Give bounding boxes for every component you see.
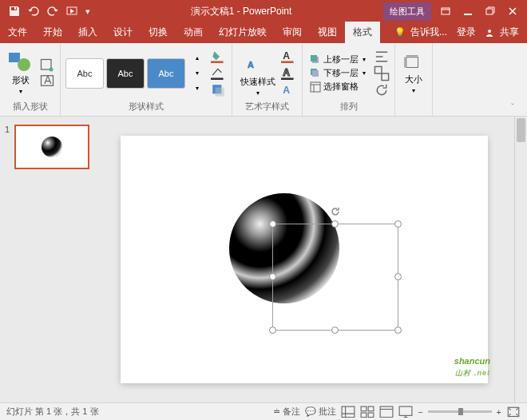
minimize-icon[interactable] bbox=[462, 5, 474, 18]
zoom-slider-thumb[interactable] bbox=[458, 408, 463, 415]
tab-transitions[interactable]: 切换 bbox=[141, 22, 176, 43]
shape-outline-icon[interactable] bbox=[211, 66, 227, 81]
group-insert-shape: 形状 ▾ A 插入形状 bbox=[0, 43, 61, 116]
align-icon[interactable] bbox=[374, 50, 390, 64]
shape-fill-icon[interactable] bbox=[211, 50, 227, 64]
scrollbar-thumb[interactable] bbox=[517, 118, 525, 142]
text-effects-icon[interactable]: A bbox=[281, 83, 297, 97]
restore-icon[interactable] bbox=[484, 5, 497, 18]
resize-handle[interactable] bbox=[394, 327, 402, 334]
tab-review[interactable]: 审阅 bbox=[275, 22, 310, 43]
normal-view-icon[interactable] bbox=[341, 406, 355, 418]
svg-rect-21 bbox=[311, 55, 317, 61]
close-icon[interactable] bbox=[506, 5, 519, 18]
group-icon[interactable] bbox=[374, 66, 390, 81]
redo-icon[interactable] bbox=[46, 5, 59, 18]
zoom-in-button[interactable]: + bbox=[497, 407, 501, 417]
thumbnail-preview[interactable] bbox=[14, 125, 89, 169]
resize-handle[interactable] bbox=[394, 220, 402, 228]
svg-rect-11 bbox=[211, 77, 224, 80]
text-fill-icon[interactable]: A bbox=[281, 50, 297, 64]
shapes-button[interactable]: 形状 ▾ bbox=[5, 50, 37, 97]
text-outline-icon[interactable]: A bbox=[281, 66, 297, 81]
tab-design[interactable]: 设计 bbox=[105, 22, 141, 43]
reading-view-icon[interactable] bbox=[379, 406, 394, 418]
tab-slideshow[interactable]: 幻灯片放映 bbox=[211, 22, 275, 43]
tab-view[interactable]: 视图 bbox=[310, 22, 345, 43]
lightbulb-icon: 💡 bbox=[394, 27, 406, 38]
resize-handle[interactable] bbox=[269, 273, 276, 280]
undo-icon[interactable] bbox=[27, 5, 40, 18]
tab-format[interactable]: 格式 bbox=[345, 22, 380, 43]
selection-rectangle[interactable] bbox=[272, 224, 398, 331]
group-label-size bbox=[400, 103, 427, 114]
fit-to-window-icon[interactable] bbox=[506, 406, 521, 418]
style-gallery-more-icon[interactable]: ▾ bbox=[189, 81, 205, 96]
send-backward-button[interactable]: 下移一层▾ bbox=[307, 66, 368, 80]
tab-insert[interactable]: 插入 bbox=[70, 22, 105, 43]
tellme-search[interactable]: 告诉我... bbox=[409, 22, 449, 43]
vertical-scrollbar[interactable] bbox=[514, 117, 527, 402]
shapes-label: 形状 bbox=[12, 74, 30, 86]
slide-thumbnail[interactable]: 1 bbox=[5, 125, 89, 169]
svg-rect-23 bbox=[312, 70, 319, 77]
resize-handle[interactable] bbox=[269, 327, 276, 334]
tab-home[interactable]: 开始 bbox=[35, 22, 70, 43]
bring-forward-button[interactable]: 上移一层▾ bbox=[307, 53, 368, 66]
rotate-icon[interactable] bbox=[374, 83, 390, 97]
quick-styles-button[interactable]: A 快速样式 ▾ bbox=[237, 49, 279, 98]
sorter-view-icon[interactable] bbox=[360, 406, 374, 418]
group-label-insert-shape: 插入形状 bbox=[5, 101, 55, 114]
workspace: 1 shancun 山村 .net bbox=[0, 117, 527, 402]
svg-text:A: A bbox=[283, 67, 290, 78]
svg-rect-10 bbox=[211, 61, 224, 63]
svg-rect-13 bbox=[216, 87, 224, 96]
size-button[interactable]: 大小 ▾ bbox=[400, 53, 427, 96]
svg-rect-16 bbox=[281, 61, 294, 63]
tab-animations[interactable]: 动画 bbox=[176, 22, 211, 43]
style-scroll-down-icon[interactable]: ▾ bbox=[189, 66, 205, 81]
start-slideshow-icon[interactable] bbox=[65, 5, 78, 18]
group-size: 大小 ▾ bbox=[395, 43, 433, 116]
text-box-icon[interactable]: A bbox=[39, 73, 55, 88]
shape-style-1[interactable]: Abc bbox=[65, 58, 104, 89]
slide-canvas[interactable] bbox=[121, 136, 488, 383]
selection-pane-button[interactable]: 选择窗格 bbox=[307, 80, 368, 93]
svg-text:A: A bbox=[283, 85, 290, 96]
collapse-ribbon-icon[interactable]: ˇ bbox=[511, 102, 524, 115]
watermark: shancun 山村 .net bbox=[454, 351, 490, 378]
ribbon: 形状 ▾ A 插入形状 Abc Abc Abc ▴ ▾ ▾ bbox=[0, 43, 527, 117]
resize-handle[interactable] bbox=[269, 220, 276, 228]
zoom-out-button[interactable]: − bbox=[418, 407, 422, 417]
shape-style-2[interactable]: Abc bbox=[106, 58, 145, 89]
svg-rect-31 bbox=[361, 413, 367, 418]
svg-rect-6 bbox=[42, 60, 52, 70]
svg-rect-18 bbox=[281, 77, 294, 80]
svg-point-7 bbox=[50, 68, 53, 72]
resize-handle[interactable] bbox=[331, 327, 339, 334]
resize-handle[interactable] bbox=[394, 273, 402, 280]
group-wordart: A 快速样式 ▾ A A A 艺术字样式 bbox=[232, 43, 303, 116]
shape-style-3[interactable]: Abc bbox=[147, 58, 185, 89]
comments-button[interactable]: 💬 批注 bbox=[305, 406, 336, 418]
slideshow-view-icon[interactable] bbox=[398, 406, 413, 418]
slide-area[interactable]: shancun 山村 .net bbox=[94, 117, 514, 402]
thumbnail-number: 1 bbox=[5, 125, 11, 169]
edit-shape-icon[interactable] bbox=[39, 58, 55, 73]
tab-file[interactable]: 文件 bbox=[0, 22, 35, 43]
style-scroll-up-icon[interactable]: ▴ bbox=[189, 51, 205, 65]
save-icon[interactable] bbox=[8, 5, 21, 18]
share-button[interactable]: 共享 bbox=[498, 22, 521, 43]
contextual-tab-label: 绘图工具 bbox=[383, 2, 431, 21]
rotation-handle-icon[interactable] bbox=[331, 207, 340, 216]
shape-effects-icon[interactable] bbox=[211, 83, 227, 97]
qat-dropdown-icon[interactable]: ▾ bbox=[85, 5, 91, 18]
thumbnail-pane[interactable]: 1 bbox=[0, 117, 94, 402]
zoom-slider[interactable] bbox=[428, 410, 492, 413]
slide-counter[interactable]: 幻灯片 第 1 张，共 1 张 bbox=[6, 406, 99, 418]
notes-button[interactable]: ≐ 备注 bbox=[273, 406, 300, 418]
ribbon-options-icon[interactable] bbox=[439, 5, 452, 18]
svg-rect-2 bbox=[486, 9, 493, 14]
resize-handle[interactable] bbox=[331, 220, 339, 228]
signin-button[interactable]: 登录 bbox=[452, 22, 481, 43]
